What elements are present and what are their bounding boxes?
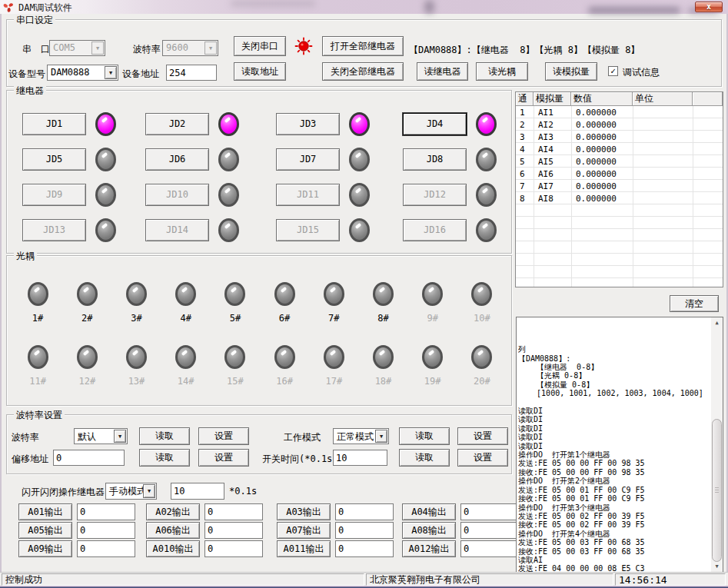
chevron-down-icon[interactable]: ▼ xyxy=(204,42,217,55)
opto-state-led-icon xyxy=(422,282,443,306)
output-button[interactable]: A02输出 xyxy=(146,503,200,520)
log-line: 【继电器 0-8】 xyxy=(518,363,710,371)
output-value-input[interactable] xyxy=(204,540,263,557)
scroll-up-icon[interactable]: ▲ xyxy=(711,317,723,328)
close-button[interactable]: x xyxy=(695,2,723,12)
opto-state-led-icon xyxy=(224,345,245,369)
flash-mode-select[interactable]: 手动模式 ▼ xyxy=(105,483,157,500)
output-button[interactable]: A011输出 xyxy=(277,540,331,557)
offset-addr-input[interactable] xyxy=(53,450,125,466)
cell-channel: 4 xyxy=(516,145,534,154)
group-title: 波特率设置 xyxy=(14,409,65,422)
output-button[interactable]: A07输出 xyxy=(277,522,331,539)
open-all-relays-button[interactable]: 打开全部继电器 xyxy=(322,36,404,56)
scrollbar-thumb[interactable] xyxy=(712,419,722,561)
window-title: DAM调试软件 xyxy=(18,2,72,15)
output-cell: A010输出 xyxy=(146,540,277,558)
offset-set-button[interactable]: 设置 xyxy=(198,449,249,467)
relay-button[interactable]: JD6 xyxy=(145,148,209,171)
cell-name: AI3 xyxy=(534,132,571,142)
output-value-input[interactable] xyxy=(77,503,135,520)
output-value-input[interactable] xyxy=(204,503,263,520)
relay-button[interactable]: JD16 xyxy=(403,219,467,241)
relay-button[interactable]: JD13 xyxy=(22,219,86,241)
output-value-input[interactable] xyxy=(460,522,519,539)
output-button[interactable]: A01输出 xyxy=(18,503,72,520)
flash-time-input[interactable] xyxy=(171,483,224,500)
output-value-input[interactable] xyxy=(77,522,135,539)
device-model-select[interactable]: DAM0888 ▼ xyxy=(47,65,118,81)
relay-button[interactable]: JD1 xyxy=(22,113,86,135)
opto-state-led-icon xyxy=(324,282,344,306)
relay-button[interactable]: JD3 xyxy=(276,113,340,135)
chevron-down-icon[interactable]: ▼ xyxy=(114,430,126,443)
relay-button[interactable]: JD9 xyxy=(22,184,86,206)
output-button[interactable]: A06输出 xyxy=(146,522,200,539)
log-line: 【DAM0888】: xyxy=(518,354,710,363)
switch-time-input[interactable] xyxy=(333,450,387,466)
relay-button[interactable]: JD5 xyxy=(22,148,86,171)
output-button[interactable]: A03输出 xyxy=(277,503,331,520)
col-channel[interactable]: 通 xyxy=(516,92,534,106)
relay-button[interactable]: JD4 xyxy=(403,113,467,135)
workmode-set-button[interactable]: 设置 xyxy=(457,427,508,445)
chevron-down-icon[interactable]: ▼ xyxy=(375,430,387,443)
opto-label: 4# xyxy=(180,313,191,324)
relay-button[interactable]: JD15 xyxy=(276,219,340,241)
output-value-input[interactable] xyxy=(204,522,263,539)
baud-set-button[interactable]: 设置 xyxy=(198,427,249,445)
relay-button[interactable]: JD14 xyxy=(145,219,209,241)
workmode-read-button[interactable]: 读取 xyxy=(399,427,450,445)
read-addr-button[interactable]: 读取地址 xyxy=(234,62,286,81)
baud-mode-select[interactable]: 默认 ▼ xyxy=(74,428,128,444)
relay-button[interactable]: JD8 xyxy=(403,148,467,171)
output-button[interactable]: A05输出 xyxy=(18,522,72,539)
chevron-down-icon[interactable]: ▼ xyxy=(105,66,117,79)
switch-time-set-button[interactable]: 设置 xyxy=(457,449,508,467)
relay-button[interactable]: JD2 xyxy=(145,113,209,135)
chevron-down-icon[interactable]: ▼ xyxy=(143,484,155,498)
switch-time-read-button[interactable]: 读取 xyxy=(399,449,450,467)
offset-read-button[interactable]: 读取 xyxy=(139,449,190,467)
read-analog-button[interactable]: 读模拟量 xyxy=(545,62,597,81)
output-value-input[interactable] xyxy=(460,503,519,520)
port-value: COM5 xyxy=(53,42,75,53)
output-button[interactable]: A010输出 xyxy=(146,540,200,557)
workmode-select[interactable]: 正常模式 ▼ xyxy=(333,428,389,444)
clear-log-button[interactable]: 清空 xyxy=(670,295,719,312)
output-value-input[interactable] xyxy=(460,540,519,557)
flash-unit-label: *0.1s xyxy=(229,486,257,497)
chevron-down-icon[interactable]: ▼ xyxy=(91,42,104,55)
log-scrollbar[interactable]: ▲ ▼ xyxy=(711,317,723,572)
close-all-relays-button[interactable]: 关闭全部继电器 xyxy=(322,62,404,81)
read-opto-button[interactable]: 读光耦 xyxy=(476,62,528,81)
output-button[interactable]: A04输出 xyxy=(402,503,456,520)
col-unit[interactable]: 单位 xyxy=(633,92,693,106)
relay-button[interactable]: JD7 xyxy=(276,148,340,171)
scroll-down-icon[interactable]: ▼ xyxy=(711,561,723,572)
offset-addr-label: 偏移地址 xyxy=(12,453,48,466)
baud-select[interactable]: 9600 ▼ xyxy=(162,40,218,56)
baud-read-button[interactable]: 读取 xyxy=(139,427,190,445)
relay-cell: JD11 xyxy=(270,183,397,207)
port-select[interactable]: COM5 ▼ xyxy=(49,40,105,56)
device-addr-input[interactable] xyxy=(166,65,217,81)
output-value-input[interactable] xyxy=(335,522,394,539)
output-value-input[interactable] xyxy=(77,540,135,557)
output-button[interactable]: A08输出 xyxy=(402,522,456,539)
close-port-button[interactable]: 关闭串口 xyxy=(234,36,286,56)
output-button[interactable]: A09输出 xyxy=(18,540,72,557)
output-value-input[interactable] xyxy=(335,540,394,557)
debug-info-checkbox[interactable]: ✓ xyxy=(608,66,618,76)
output-button[interactable]: A012输出 xyxy=(402,540,456,557)
relay-button[interactable]: JD10 xyxy=(145,184,209,206)
opto-item: 13# xyxy=(111,339,161,402)
read-relay-button[interactable]: 读继电器 xyxy=(417,62,468,81)
output-value-input[interactable] xyxy=(335,503,394,520)
opto-state-led-icon xyxy=(324,345,344,369)
col-name[interactable]: 模拟量 xyxy=(534,92,571,106)
opto-label: 9# xyxy=(427,313,437,324)
relay-button[interactable]: JD12 xyxy=(403,184,467,206)
col-value[interactable]: 数值 xyxy=(571,92,633,106)
relay-button[interactable]: JD11 xyxy=(276,184,340,206)
